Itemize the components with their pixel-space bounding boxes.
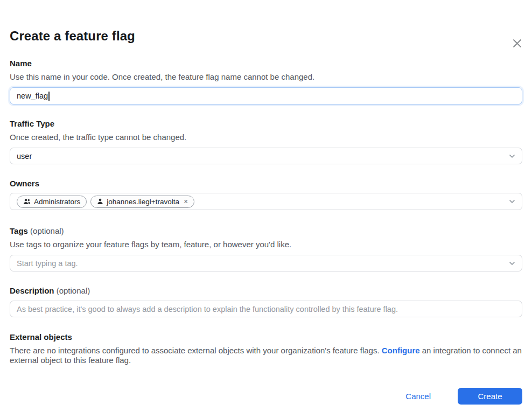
create-button[interactable]: Create bbox=[458, 388, 522, 405]
description-input[interactable]: As best practice, it's good to always ad… bbox=[10, 301, 522, 317]
traffic-type-field-group: Traffic Type Once created, the traffic t… bbox=[10, 119, 522, 164]
modal-footer: Cancel Create bbox=[10, 388, 522, 405]
owner-chip-administrators[interactable]: Administrators bbox=[17, 196, 87, 208]
tags-optional-hint: (optional) bbox=[30, 226, 64, 235]
owners-field-group: Owners Administrators bbox=[10, 178, 522, 210]
description-label: Description (optional) bbox=[10, 285, 522, 296]
person-icon bbox=[97, 198, 103, 205]
traffic-type-value: user bbox=[17, 152, 32, 161]
owners-select[interactable]: Administrators johannes.liegl+travolta × bbox=[10, 193, 522, 210]
external-objects-group: External objects There are no integratio… bbox=[10, 332, 522, 365]
external-objects-text: There are no integrations configured to … bbox=[10, 346, 522, 365]
tags-field-group: Tags (optional) Use tags to organize you… bbox=[10, 226, 522, 271]
name-label: Name bbox=[10, 58, 522, 69]
name-field-group: Name Use this name in your code. Once cr… bbox=[10, 58, 522, 105]
cancel-button[interactable]: Cancel bbox=[405, 392, 431, 401]
name-description: Use this name in your code. Once created… bbox=[10, 72, 522, 82]
tags-input[interactable]: Start typing a tag. bbox=[10, 255, 522, 271]
description-optional-hint: (optional) bbox=[57, 286, 90, 295]
name-input[interactable]: new_flag bbox=[10, 87, 522, 105]
chevron-down-icon bbox=[508, 152, 516, 160]
page-title: Create a feature flag bbox=[10, 29, 522, 44]
description-field-group: Description (optional) As best practice,… bbox=[10, 285, 522, 317]
tags-placeholder: Start typing a tag. bbox=[17, 259, 78, 268]
chevron-down-icon bbox=[508, 260, 516, 267]
external-objects-label: External objects bbox=[10, 332, 522, 343]
remove-chip-icon[interactable]: × bbox=[184, 198, 188, 205]
owners-chip-list: Administrators johannes.liegl+travolta × bbox=[17, 196, 194, 208]
owner-chip-user[interactable]: johannes.liegl+travolta × bbox=[90, 196, 194, 208]
create-feature-flag-modal: Create a feature flag Name Use this name… bbox=[0, 29, 532, 405]
chevron-down-icon bbox=[508, 198, 516, 205]
tags-description: Use tags to organize your feature flags … bbox=[10, 239, 522, 250]
tags-label: Tags (optional) bbox=[10, 226, 522, 236]
owner-chip-label: johannes.liegl+travolta bbox=[107, 198, 179, 206]
close-button[interactable] bbox=[510, 38, 523, 51]
close-icon bbox=[512, 38, 523, 51]
group-icon bbox=[23, 198, 31, 205]
external-objects-text-before: There are no integrations configured to … bbox=[10, 346, 382, 355]
text-caret bbox=[48, 92, 50, 101]
configure-link[interactable]: Configure bbox=[382, 346, 420, 355]
name-input-value: new_flag bbox=[17, 92, 48, 100]
owners-label: Owners bbox=[10, 178, 522, 189]
traffic-type-label: Traffic Type bbox=[10, 119, 522, 129]
description-placeholder: As best practice, it's good to always ad… bbox=[17, 305, 398, 314]
owner-chip-label: Administrators bbox=[34, 198, 80, 206]
traffic-type-select[interactable]: user bbox=[10, 148, 522, 164]
traffic-type-description: Once created, the traffic type cannot be… bbox=[10, 132, 522, 143]
